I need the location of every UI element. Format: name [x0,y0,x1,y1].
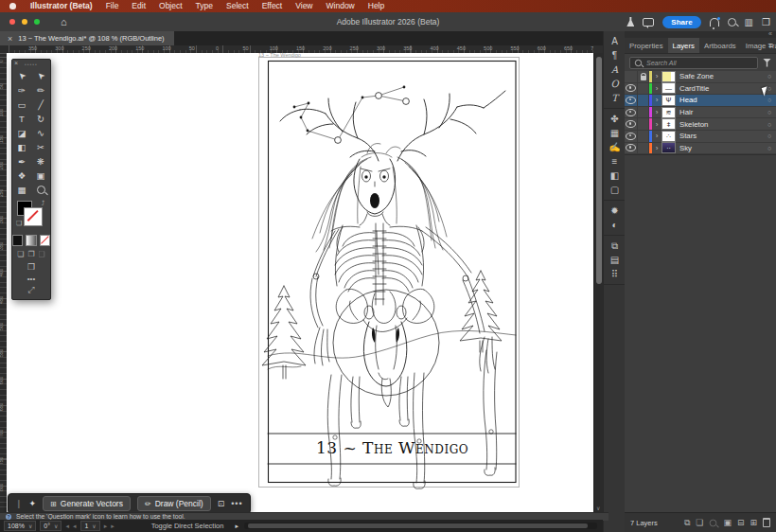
chevron-right-icon[interactable]: › [652,84,661,93]
gradient-tool[interactable]: ◧ [12,140,31,154]
layer-thumbnail[interactable]: — [661,82,676,94]
graph-tool[interactable]: ▦ [12,183,31,197]
card-title-text[interactable]: 13 ~ The Wendigo [269,434,516,461]
menu-window[interactable]: Window [320,0,362,12]
layer-name[interactable]: Stars [679,132,763,140]
beta-feedback-icon[interactable] [626,17,634,27]
menu-effect[interactable]: Effect [256,0,290,12]
lasso-tool[interactable]: ∿ [31,126,50,140]
menu-file[interactable]: File [99,0,126,12]
artboard-number-dropdown[interactable]: 1 ∨ [80,521,99,531]
layer-thumbnail[interactable]: ·· [661,142,676,153]
color-guide-panel-icon[interactable]: ◐ [604,218,626,232]
menu-help[interactable]: Help [362,0,391,12]
drag-grip-icon[interactable]: ••••• [12,62,50,67]
artwork-hills[interactable] [268,330,516,369]
filter-funnel-icon[interactable] [763,59,771,67]
taskbar-drag-handle[interactable]: ❙ [15,499,23,508]
scrollbar-thumb[interactable] [248,523,588,528]
menu-type[interactable]: Type [189,0,220,12]
workspace-switcher-icon[interactable]: ▥ [745,17,753,27]
chevron-right-icon[interactable]: › [652,120,661,129]
rotate-tool[interactable]: ↻ [31,112,50,126]
layer-row-stars[interactable]: ›∴Stars○ [625,131,776,143]
notifications-bell-icon[interactable] [710,18,719,27]
expand-toolbar-icon[interactable]: ⤢ [12,284,50,299]
tab-close-icon[interactable]: × [8,34,12,44]
window-close-button[interactable] [9,19,15,25]
status-expand-icon[interactable]: ▸ [235,523,238,530]
window-minimize-button[interactable] [22,19,27,25]
layer-row-skeleton[interactable]: ›ǂSkeleton○ [625,118,776,131]
layer-name[interactable]: Sky [679,144,763,152]
swap-fill-stroke-icon[interactable]: ⤴ [42,200,45,206]
chevron-right-icon[interactable]: › [652,72,661,80]
artwork-deer-head[interactable] [349,301,420,407]
gradient-button[interactable] [26,235,36,246]
visibility-toggle[interactable] [625,131,638,142]
lock-toggle[interactable] [638,131,649,142]
symbol-sprayer-tool[interactable]: ❖ [12,168,31,183]
visibility-toggle[interactable] [625,143,638,154]
tab-properties[interactable]: Properties [625,38,668,53]
zoom-level-dropdown[interactable]: 108% ∨ [4,521,36,531]
layer-name[interactable]: Safe Zone [679,72,763,80]
artwork-antlers[interactable] [280,91,505,161]
rectangle-tool[interactable]: ▭ [12,98,31,112]
locate-object-icon[interactable] [710,519,717,526]
paintbrush-tool[interactable]: ✑ [12,83,31,98]
default-fill-stroke-icon[interactable]: ❏ [16,220,22,227]
visibility-toggle[interactable] [625,83,638,95]
eyedropper-tool[interactable]: ✒ [12,154,31,168]
tools-panel-header[interactable]: × ••••• [12,60,50,69]
target-circle-icon[interactable]: ○ [763,109,776,115]
rotation-dropdown[interactable]: 0° ∨ [40,521,62,531]
layer-row-safe-zone[interactable]: ›Safe Zone○ [625,71,776,83]
artwork-head-face[interactable] [354,159,396,217]
zoom-tool[interactable] [31,183,50,197]
tab-layers[interactable]: Layers [668,38,699,53]
line-segment-tool[interactable]: ╱ [31,98,50,112]
layer-thumbnail[interactable] [661,71,676,82]
comment-icon[interactable] [643,18,654,27]
search-icon[interactable] [728,18,736,27]
artwork-legs[interactable] [327,350,497,488]
more-tools-icon[interactable]: ••• [12,274,50,284]
opentype-panel-icon[interactable]: O [604,77,626,91]
chevron-right-icon[interactable]: › [652,144,661,152]
visibility-toggle[interactable] [625,118,638,130]
layer-name[interactable]: Skeleton [679,120,763,129]
chevron-right-icon[interactable]: › [652,132,661,140]
layer-row-cardtitle[interactable]: ›—CardTitle○ [625,83,776,96]
menu-illustrator-beta[interactable]: Illustrator (Beta) [24,0,99,12]
character-panel-icon[interactable]: A [604,34,626,48]
draw-inside-icon[interactable]: ❑ [39,250,45,258]
lock-toggle[interactable] [638,143,649,154]
stroke-color-swatch[interactable] [25,208,42,225]
stroke-panel-icon[interactable]: ≡ [604,154,626,168]
generate-vectors-button[interactable]: ⊞ Generate Vectors [43,496,131,511]
character-styles-panel-icon[interactable]: A [604,62,626,77]
direct-selection-tool[interactable]: ➤ [31,69,50,83]
menu-edit[interactable]: Edit [125,0,152,12]
visibility-toggle[interactable] [625,107,638,118]
gradient-panel-icon[interactable]: ◧ [604,168,626,183]
none-button[interactable] [40,235,50,246]
graphic-styles-panel-icon[interactable]: ▦ [604,126,626,140]
maximize-icon[interactable]: ❐ [762,17,770,27]
layer-name[interactable]: CardTitle [679,84,763,93]
target-circle-icon[interactable]: ○ [763,73,776,80]
layer-thumbnail[interactable]: ∴ [661,131,676,142]
blend-tool[interactable]: ❋ [31,154,50,168]
pencil-tool[interactable]: ✏ [31,83,50,98]
glyphs-panel-icon[interactable]: T [604,91,626,105]
screen-mode-icon[interactable]: ❐ [12,260,50,274]
lock-toggle[interactable] [638,95,649,106]
new-sublayer-icon[interactable]: ⊟ [737,518,745,527]
artwork-constellation[interactable] [293,86,410,144]
panel-menu-icon[interactable]: ≡ [768,38,773,53]
color-button[interactable] [12,235,23,246]
card-border[interactable] [268,62,516,483]
brushes-panel-icon[interactable]: ✤ [604,112,626,126]
symbols-panel-icon[interactable]: ⧉ [604,239,626,253]
